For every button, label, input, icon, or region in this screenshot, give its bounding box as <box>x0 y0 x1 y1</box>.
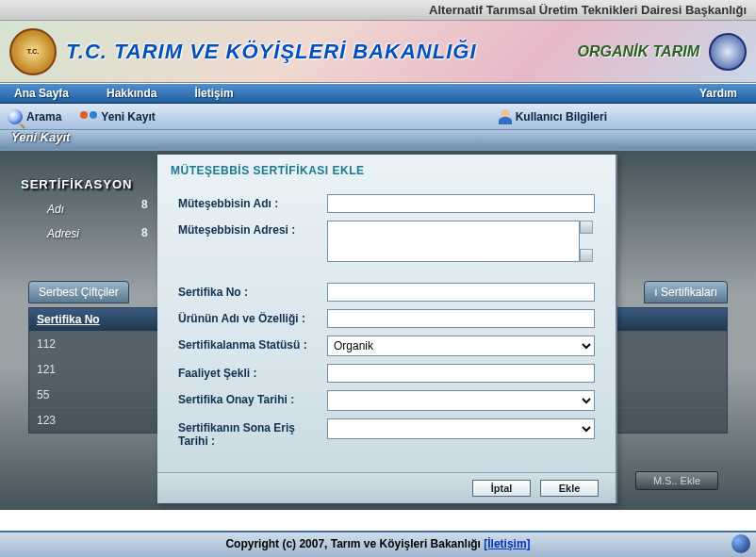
textarea-collapse-icon[interactable] <box>580 249 593 262</box>
user-icon <box>499 109 512 124</box>
modal-footer: İptal Ekle <box>157 473 616 503</box>
toolbar-userinfo-label: Kullanıcı Bilgileri <box>516 110 607 123</box>
textarea-expand-icon[interactable] <box>580 221 593 234</box>
label-urun: Ürünün Adı ve Özelliği : <box>178 309 327 325</box>
page-title: T.C. TARIM VE KÖYİŞLERİ BAKANLIĞI <box>66 40 477 64</box>
label-sona-eris: Sertifikanın Sona Eriş Tarihi : <box>178 418 327 448</box>
select-sona-eris-tarihi[interactable] <box>327 418 595 439</box>
left-summary: SERTİFİKASYON Adı Adresi <box>21 177 153 240</box>
label-sertifika-no: Sertifika No : <box>178 283 327 299</box>
left-adi-value: 8 <box>141 198 148 211</box>
label-adresi: Müteşebbisin Adresi : <box>178 221 327 237</box>
ms-ekle-button[interactable]: M.S.. Ekle <box>635 471 718 490</box>
bg-tab-serbest[interactable]: Serbest Çiftçiler <box>28 281 129 303</box>
toolbar-newrec-label: Yeni Kayıt <box>101 110 155 123</box>
label-faaliyet: Faaliyet Şekli : <box>178 364 327 380</box>
search-icon <box>8 109 23 124</box>
section-label: Yeni Kayıt <box>0 130 756 149</box>
label-statu: Sertifikalanma Statüsü : <box>178 336 327 352</box>
nav-home[interactable]: Ana Sayfa <box>14 87 69 100</box>
main-nav: Ana Sayfa Hakkında İletişim Yardım <box>0 83 756 104</box>
left-adresi-label: Adresi <box>47 227 153 240</box>
left-heading: SERTİFİKASYON <box>21 177 153 191</box>
toolbar-new-record[interactable]: Yeni Kayıt <box>80 109 155 124</box>
nav-contact[interactable]: İletişim <box>194 87 233 100</box>
left-adi-label: Adı <box>47 203 153 216</box>
input-mutesebbis-adresi[interactable] <box>327 221 580 262</box>
add-certificate-modal: MÜTEŞEBBİS SERTİFİKASI EKLE Müteşebbisin… <box>157 155 617 503</box>
select-onay-tarihi[interactable] <box>327 390 595 411</box>
label-adi: Müteşebbisin Adı : <box>178 194 327 210</box>
ministry-logo-icon: T.C. <box>9 28 57 75</box>
organik-tarim-label: ORGANİK TARIM <box>578 43 699 60</box>
header-banner: T.C. T.C. TARIM VE KÖYİŞLERİ BAKANLIĞI O… <box>0 21 756 83</box>
department-text: Alternatif Tarımsal Üretim Teknikleri Da… <box>429 3 747 17</box>
add-button[interactable]: Ekle <box>540 480 599 497</box>
footer: Copyright (c) 2007, Tarım ve Köyişleri B… <box>0 531 756 557</box>
users-icon <box>80 109 97 124</box>
nav-about[interactable]: Hakkında <box>107 87 156 100</box>
left-adresi-value: 8 <box>141 226 148 239</box>
toolbar-search[interactable]: Arama <box>8 109 61 124</box>
footer-copyright: Copyright (c) 2007, Tarım ve Köyişleri B… <box>225 537 484 550</box>
modal-body: Müteşebbisin Adı : Müteşebbisin Adresi :… <box>157 183 616 473</box>
globe-icon[interactable] <box>731 534 750 553</box>
toolbar-user-info[interactable]: Kullanıcı Bilgileri <box>499 109 607 124</box>
nav-help[interactable]: Yardım <box>699 87 737 100</box>
modal-title: MÜTEŞEBBİS SERTİFİKASI EKLE <box>157 155 616 183</box>
secondary-logo-icon <box>709 33 747 71</box>
input-mutesebbis-adi[interactable] <box>327 194 595 213</box>
select-sertifikalanma-statusu[interactable]: Organik <box>327 336 595 356</box>
footer-contact-link[interactable]: [İletişim] <box>484 537 530 550</box>
cancel-button[interactable]: İptal <box>472 480 531 497</box>
section-label-text: Yeni Kayıt <box>11 130 70 144</box>
bg-tab-sertifikalari[interactable]: ı Sertifikaları <box>644 281 728 303</box>
department-bar: Alternatif Tarımsal Üretim Teknikleri Da… <box>0 0 756 21</box>
toolbar: Arama Yeni Kayıt Kullanıcı Bilgileri <box>0 104 756 130</box>
input-faaliyet-sekli[interactable] <box>327 364 595 383</box>
label-onay-tarihi: Sertifika Onay Tarihi : <box>178 390 327 406</box>
input-sertifika-no[interactable] <box>327 283 595 302</box>
toolbar-search-label: Arama <box>26 110 61 123</box>
input-urun-adi[interactable] <box>327 309 595 328</box>
